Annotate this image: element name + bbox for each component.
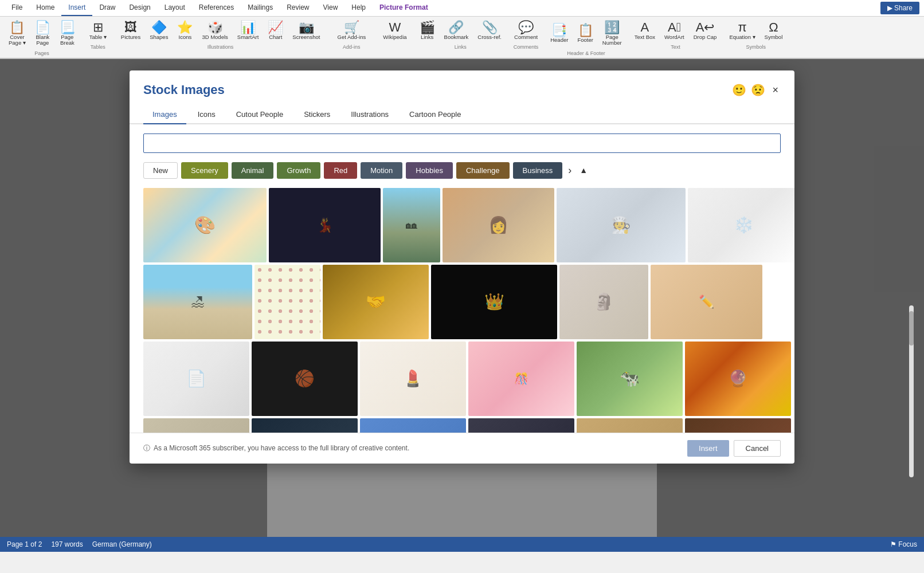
tab-help[interactable]: Help <box>344 0 373 16</box>
equation-icon: π <box>738 21 746 34</box>
image-item-11[interactable]: 🗿 <box>559 265 648 339</box>
chip-animal[interactable]: Animal <box>232 162 274 179</box>
cover-page-button[interactable]: 📋 CoverPage ▾ <box>5 19 30 49</box>
image-item-13[interactable]: 📄 <box>143 342 249 416</box>
tab-cutout-people[interactable]: Cutout People <box>227 105 292 124</box>
image-item-3[interactable]: 🏘 <box>383 188 440 262</box>
tab-design[interactable]: Design <box>122 0 157 16</box>
comment-icon: 💬 <box>518 21 534 34</box>
bookmark-icon: 🔗 <box>448 21 464 34</box>
chip-hobbies[interactable]: Hobbies <box>406 162 453 179</box>
chip-motion[interactable]: Motion <box>361 162 402 179</box>
focus-label[interactable]: ⚑ Focus <box>890 540 917 548</box>
image-item-21[interactable]: 🌸 <box>360 418 466 433</box>
image-item-5[interactable]: 🧑‍🍳 <box>557 188 686 262</box>
page-number-button[interactable]: 🔢 PageNumber <box>598 19 626 49</box>
wikipedia-button[interactable]: W Wikipedia <box>379 19 410 42</box>
image-item-16[interactable]: 🎊 <box>468 342 574 416</box>
chip-red[interactable]: Red <box>324 162 357 179</box>
pictures-button[interactable]: 🖼 Pictures <box>117 19 144 42</box>
symbol-button[interactable]: Ω Symbol <box>761 19 787 42</box>
chip-new[interactable]: New <box>143 162 178 179</box>
image-item-12[interactable]: ✏️ <box>651 265 762 339</box>
chip-growth[interactable]: Growth <box>277 162 320 179</box>
chip-business[interactable]: Business <box>513 162 563 179</box>
share-button[interactable]: ▶ Share <box>880 2 919 14</box>
tab-references[interactable]: References <box>192 0 241 16</box>
equation-button[interactable]: π Equation ▾ <box>725 19 759 42</box>
dropcap-button[interactable]: A↩ Drop Cap <box>690 19 721 42</box>
image-item-23[interactable]: 🏺 <box>577 418 683 433</box>
table-button[interactable]: ⊞ Table ▾ <box>84 19 112 42</box>
tab-insert[interactable]: Insert <box>61 0 92 16</box>
image-item-20[interactable]: 🌿 <box>252 418 358 433</box>
tab-draw[interactable]: Draw <box>92 0 122 16</box>
dialog-tabs: Images Icons Cutout People Stickers Illu… <box>130 99 794 124</box>
textbox-button[interactable]: A Text Box <box>631 19 659 42</box>
tab-icons[interactable]: Icons <box>189 105 225 124</box>
footer-icon: 📋 <box>578 24 593 37</box>
image-item-18[interactable]: 🔮 <box>685 342 791 416</box>
blank-page-button[interactable]: 📄 BlankPage <box>31 19 54 49</box>
text-group: A Text Box A⃞ WordArt A↩ Drop Cap Text <box>628 18 723 57</box>
image-item-15[interactable]: 💄 <box>360 342 466 416</box>
search-input[interactable] <box>143 134 781 153</box>
shapes-button[interactable]: 🔷 Shapes <box>146 19 172 42</box>
image-item-2[interactable]: 💃 <box>269 188 381 262</box>
3d-models-button[interactable]: 🎲 3D Models <box>198 19 232 42</box>
header-button[interactable]: 📑 Header <box>546 19 572 49</box>
image-item-6[interactable]: ❄️ <box>688 188 794 262</box>
footer-button[interactable]: 📋 Footer <box>573 19 597 49</box>
tab-file[interactable]: File <box>5 0 29 16</box>
tables-group: ⊞ Table ▾ Tables <box>81 18 115 57</box>
wordart-button[interactable]: A⃞ WordArt <box>660 19 688 42</box>
pictures-icon: 🖼 <box>124 21 137 34</box>
info-icon: ⓘ <box>143 444 150 453</box>
image-item-24[interactable]: 🌊 <box>685 418 791 433</box>
image-item-10[interactable]: 👑 <box>431 265 557 339</box>
tab-cartoon-people[interactable]: Cartoon People <box>400 105 470 124</box>
tab-view[interactable]: View <box>316 0 345 16</box>
image-item-1[interactable]: 🎨 <box>143 188 267 262</box>
image-item-4[interactable]: 👩 <box>443 188 554 262</box>
image-item-17[interactable]: 🐄 <box>577 342 683 416</box>
image-item-14[interactable]: 🏀 <box>252 342 358 416</box>
get-addins-button[interactable]: 🛒 Get Add-ins <box>328 19 374 42</box>
stock-images-dialog: Stock Images 🙂 😟 × Images Icons Cutout P… <box>130 70 794 464</box>
page-break-button[interactable]: 📃 PageBreak <box>56 19 79 49</box>
tab-images[interactable]: Images <box>143 105 186 124</box>
emoji-sad-icon[interactable]: 😟 <box>751 83 765 97</box>
cross-ref-button[interactable]: 📎 Cross-ref. <box>473 19 506 42</box>
footer-buttons: Insert Cancel <box>687 440 781 457</box>
chips-scroll-up[interactable]: ▲ <box>577 163 590 177</box>
chart-button[interactable]: 📈 Chart <box>264 19 287 42</box>
chip-scenery[interactable]: Scenery <box>181 162 228 179</box>
tab-home[interactable]: Home <box>29 0 61 16</box>
ribbon-content: 📋 CoverPage ▾ 📄 BlankPage 📃 PageBreak Pa… <box>0 17 924 59</box>
image-item-8[interactable] <box>255 265 320 339</box>
image-item-22[interactable]: 🎭 <box>468 418 574 433</box>
chips-next-button[interactable]: › <box>566 162 574 179</box>
tab-review[interactable]: Review <box>280 0 316 16</box>
dialog-close-button[interactable]: × <box>770 82 781 99</box>
illustrations-group-label: Illustrations <box>115 44 327 50</box>
tab-mailings[interactable]: Mailings <box>241 0 280 16</box>
emoji-happy-icon[interactable]: 🙂 <box>732 83 746 97</box>
tab-stickers[interactable]: Stickers <box>295 105 339 124</box>
smartart-button[interactable]: 📊 SmartArt <box>233 19 263 42</box>
cancel-button[interactable]: Cancel <box>734 440 781 457</box>
image-item-9[interactable]: 🤝 <box>323 265 429 339</box>
link-button[interactable]: 🎬 Links <box>416 19 439 42</box>
insert-button[interactable]: Insert <box>687 440 729 457</box>
tab-illustrations[interactable]: Illustrations <box>342 105 398 124</box>
icons-button[interactable]: ⭐ Icons <box>173 19 197 42</box>
image-item-19[interactable]: 🧑 <box>143 418 249 433</box>
tab-layout[interactable]: Layout <box>158 0 192 16</box>
comment-button[interactable]: 💬 Comment <box>510 19 542 42</box>
chip-challenge[interactable]: Challenge <box>456 162 510 179</box>
pages-group-label: Pages <box>2 50 81 57</box>
bookmark-button[interactable]: 🔗 Bookmark <box>440 19 473 42</box>
image-item-7[interactable]: 🏖 <box>143 265 252 339</box>
tab-picture-format[interactable]: Picture Format <box>373 0 435 16</box>
screenshot-button[interactable]: 📷 Screenshot <box>288 19 324 42</box>
